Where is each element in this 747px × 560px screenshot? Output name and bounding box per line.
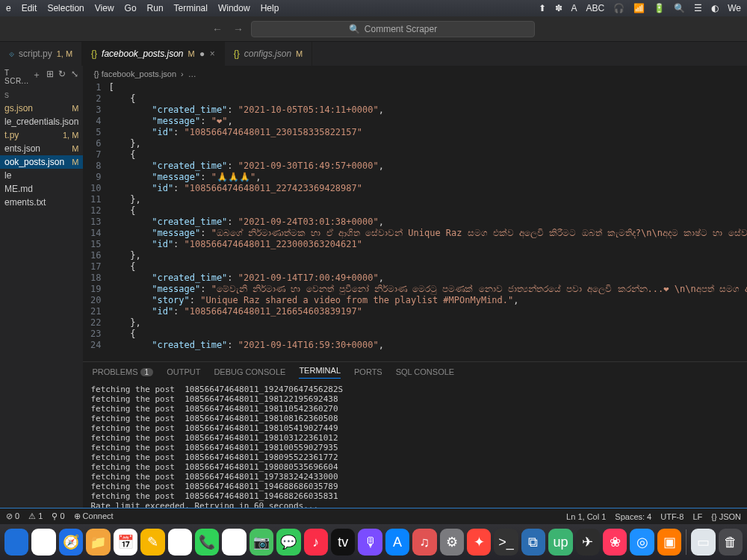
menu-view[interactable]: View [95,3,114,13]
status-cursor[interactable]: Ln 1, Col 1 [566,512,606,521]
code-line[interactable]: "created_time": "2021-09-24T03:01:38+000… [108,217,747,228]
status-errors[interactable]: ⊘ 0 [6,511,19,521]
code-line[interactable]: "message": "🙏🙏🙏", [108,172,747,183]
panel-tab-ports[interactable]: PORTS [354,367,382,376]
dock-app-icon[interactable] [168,529,192,556]
dock-app-icon[interactable]: up [548,529,572,556]
menubar-status-icon[interactable]: A [571,3,577,13]
dock-app-icon[interactable]: 🎙 [358,529,382,556]
dock-app-icon[interactable]: A [385,529,409,556]
code-line[interactable]: "id": "108566474648011_223000363204621" [108,239,747,250]
code-line[interactable]: { [108,261,747,273]
menubar-status-icon[interactable]: 📶 [633,3,645,13]
code-line[interactable]: }, [108,138,747,149]
code-line[interactable]: { [108,205,747,217]
status-ports[interactable]: ⚲ 0 [52,511,64,521]
collapse-icon[interactable]: ⤡ [71,69,79,85]
menu-run[interactable]: Run [147,3,164,13]
dock-app-icon[interactable]: ✦ [467,529,491,556]
new-folder-icon[interactable]: ⊞ [46,69,55,85]
dock-app-icon[interactable]: ⚙ [440,529,464,556]
code-line[interactable]: }, [108,250,747,261]
status-connect[interactable]: ⊕ Connect [74,511,114,521]
panel-tab-debug-console[interactable]: DEBUG CONSOLE [214,367,285,376]
explorer-file[interactable]: s [0,88,83,102]
breadcrumb-file[interactable]: {} facebook_posts.json [93,69,176,78]
code-line[interactable]: "id": "108566474648011_230158335822157" [108,127,747,138]
code-line[interactable]: [ [108,82,747,93]
status-eol[interactable]: LF [692,512,702,521]
menubar-status-icon[interactable]: 🔍 [674,3,685,13]
explorer-file[interactable]: le [0,169,83,182]
explorer-file[interactable]: ements.txt [0,196,83,209]
code-line[interactable]: }, [108,317,747,329]
dock-app-icon[interactable]: ♪ [304,529,328,556]
menubar-status-icon[interactable]: ☰ [694,3,702,13]
nav-back-icon[interactable]: ← [212,23,223,35]
code-line[interactable]: "story": "Unique Raz shared a video from… [108,295,747,306]
code-line[interactable]: }, [108,194,747,205]
status-lang[interactable]: {} JSON [711,512,741,521]
explorer-file[interactable]: le_credentials.json [0,115,83,128]
breadcrumbs[interactable]: {} facebook_posts.json › … [83,66,747,82]
menubar-status-icon[interactable]: We [728,3,741,13]
command-center[interactable]: 🔍 Comment Scraper [251,21,535,37]
menubar-status-icon[interactable]: ⬆ [539,3,546,13]
explorer-file[interactable]: t.py1, M [0,128,83,142]
menubar-status-icon[interactable]: 🔋 [654,3,665,13]
code-line[interactable]: "created_time": "2021-10-05T05:14:11+000… [108,105,747,116]
menubar-status-icon[interactable]: ✽ [555,3,562,13]
editor-tab[interactable]: ⟐script.py1, M [0,42,82,66]
menu-selection[interactable]: Selection [47,3,84,13]
refresh-icon[interactable]: ↻ [58,69,66,85]
menubar-status-icon[interactable]: 🎧 [613,3,624,13]
code-line[interactable]: "message": "ඔබගේ නිර්මාණාත්මක හා ඒ ආශිත … [108,228,747,239]
dock-util-icon[interactable]: 🗑 [719,529,743,556]
code-editor[interactable]: 123456789101112131415161718192021222324 … [83,82,747,361]
code-line[interactable]: "message": "මේවැනි නිර්මාණ හා වෙනත් පුවී… [108,284,747,295]
explorer-file[interactable]: ents.jsonM [0,142,83,155]
panel-tab-terminal[interactable]: TERMINAL [299,366,341,379]
menu-e[interactable]: e [6,3,11,13]
code-line[interactable]: "created_time": "2021-09-30T16:49:57+000… [108,161,747,172]
dock-util-icon[interactable]: ▭ [691,529,715,556]
code-line[interactable]: "id": "108566474648011_227423369428987" [108,183,747,194]
dock-app-icon[interactable]: 📞 [195,529,219,556]
menu-window[interactable]: Window [218,3,250,13]
menu-edit[interactable]: Edit [22,3,37,13]
dock-app-icon[interactable]: ✎ [140,529,164,556]
dock-app-icon[interactable]: ✈ [576,529,600,556]
dock-app-icon[interactable]: 🧭 [59,529,83,556]
panel-tab-output[interactable]: OUTPUT [167,367,200,376]
close-tab-icon[interactable]: × [210,49,215,59]
nav-forward-icon[interactable]: → [233,23,244,35]
dock-app-icon[interactable]: ❀ [603,529,627,556]
dock-app-icon[interactable]: 📁 [86,529,110,556]
code-line[interactable]: { [108,93,747,105]
dock-app-icon[interactable]: 📷 [249,529,273,556]
panel-tab-sql-console[interactable]: SQL CONSOLE [396,367,454,376]
status-indent[interactable]: Spaces: 4 [615,512,651,521]
menubar-status-icon[interactable]: ◐ [711,3,719,13]
dock-app-icon[interactable]: tv [331,529,355,556]
dock-app-icon[interactable]: 📅 [114,529,137,556]
code-line[interactable]: { [108,149,747,161]
new-file-icon[interactable]: ＋ [32,69,42,85]
code-line[interactable]: { [108,329,747,340]
dock-app-icon[interactable]: ◎ [630,529,654,556]
dock-app-icon[interactable]: ✉ [31,529,55,556]
menu-terminal[interactable]: Terminal [174,3,208,13]
menu-help[interactable]: Help [261,3,279,13]
dock-app-icon[interactable]: 🗺 [222,529,246,556]
menu-go[interactable]: Go [125,3,137,13]
editor-tab[interactable]: {}facebook_posts.jsonM●× [82,42,225,66]
menubar-status-icon[interactable]: ABC [586,3,605,13]
explorer-file[interactable]: ook_posts.jsonM [0,155,83,169]
breadcrumb-more[interactable]: … [188,69,196,78]
dock-app-icon[interactable]: 💬 [276,529,300,556]
panel-tab-problems[interactable]: PROBLEMS 1 [92,367,153,376]
status-encoding[interactable]: UTF-8 [660,512,684,521]
editor-tab[interactable]: {}configs.jsonM [225,42,313,66]
dock-app-icon[interactable] [4,529,28,556]
terminal-output[interactable]: fetching the post 108566474648011_192470… [83,382,747,508]
